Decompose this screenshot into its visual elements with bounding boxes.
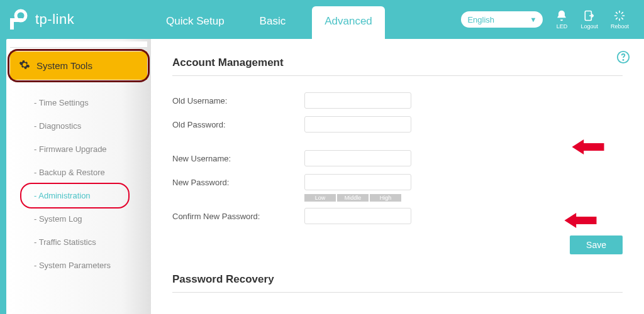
sidebar-item-firmware-upgrade[interactable]: - Firmware Upgrade <box>34 138 147 161</box>
label-new-password: New Password: <box>172 178 304 187</box>
row-confirm-password: Confirm New Password: <box>172 208 623 224</box>
reboot-icon <box>613 9 626 22</box>
sidebar-item-diagnostics[interactable]: - Diagnostics <box>34 114 147 138</box>
sidebar-item-label: System Log <box>39 214 82 224</box>
input-new-username[interactable] <box>304 150 411 166</box>
bell-icon <box>555 9 568 22</box>
sidebar-item-label: Administration <box>38 191 90 200</box>
input-old-username[interactable] <box>304 92 411 109</box>
tab-advanced[interactable]: Advanced <box>312 6 385 39</box>
logout-button[interactable]: Logout <box>580 9 598 30</box>
nav-tabs: Quick Setup Basic Advanced <box>157 0 385 39</box>
sidebar-item-label: Time Settings <box>39 98 89 107</box>
input-old-password[interactable] <box>304 116 411 133</box>
svg-point-13 <box>623 60 623 60</box>
gear-icon <box>19 59 30 72</box>
help-button[interactable] <box>616 50 630 66</box>
tab-basic[interactable]: Basic <box>251 15 295 39</box>
input-new-password[interactable] <box>304 174 411 190</box>
language-value: English <box>467 15 494 24</box>
section-title-account: Account Management <box>172 57 623 76</box>
led-label: LED <box>557 23 568 30</box>
main-panel: Account Management Old Username: Old Pas… <box>151 39 644 314</box>
sidebar-item-traffic-statistics[interactable]: - Traffic Statistics <box>34 230 147 254</box>
label-new-username: New Username: <box>172 154 304 163</box>
sidebar-item-label: Firmware Upgrade <box>39 144 107 154</box>
row-old-password: Old Password: <box>172 116 623 133</box>
reboot-label: Reboot <box>611 23 629 30</box>
top-right: English ▼ LED Logout Reboot <box>461 9 629 30</box>
input-confirm-password[interactable] <box>304 208 411 224</box>
strength-mid: Middle <box>337 194 369 202</box>
brand-text: tp-link <box>35 11 74 28</box>
sidebar-item-label: Backup & Restore <box>39 168 105 177</box>
svg-rect-2 <box>10 18 23 22</box>
led-button[interactable]: LED <box>555 9 568 30</box>
topbar: tp-link Quick Setup Basic Advanced Engli… <box>0 0 644 39</box>
logo: tp-link <box>0 8 145 31</box>
row-new-password: New Password: <box>172 174 623 190</box>
row-new-username: New Username: <box>172 150 623 166</box>
sidebar-sublist: - Time Settings - Diagnostics - Firmware… <box>10 91 147 277</box>
svg-line-8 <box>616 13 618 14</box>
sidebar-group-label: System Tools <box>36 60 92 71</box>
tab-quick-setup[interactable]: Quick Setup <box>157 15 233 39</box>
label-confirm-password: Confirm New Password: <box>172 212 304 221</box>
sidebar: System Tools - Time Settings - Diagnosti… <box>6 39 151 314</box>
save-row: Save <box>172 236 623 254</box>
sidebar-sep <box>10 41 147 48</box>
label-old-password: Old Password: <box>172 120 304 129</box>
sidebar-item-backup-restore[interactable]: - Backup & Restore <box>34 161 147 184</box>
reboot-button[interactable]: Reboot <box>611 9 629 30</box>
sidebar-item-label: Traffic Statistics <box>39 237 96 247</box>
row-old-username: Old Username: <box>172 92 623 109</box>
help-icon <box>616 50 630 64</box>
sidebar-item-system-log[interactable]: - System Log <box>34 207 147 230</box>
language-select[interactable]: English ▼ <box>461 11 543 28</box>
content: System Tools - Time Settings - Diagnosti… <box>0 39 644 314</box>
svg-line-11 <box>622 13 623 14</box>
svg-line-9 <box>622 18 623 19</box>
section-title-recovery: Password Recovery <box>172 273 623 293</box>
sidebar-item-label: Diagnostics <box>39 121 81 131</box>
strength-high: High <box>370 194 401 202</box>
sidebar-item-time-settings[interactable]: - Time Settings <box>34 91 147 114</box>
sidebar-item-system-parameters[interactable]: - System Parameters <box>34 254 147 277</box>
label-old-username: Old Username: <box>172 96 304 106</box>
logout-icon <box>583 9 596 22</box>
sidebar-header-system-tools[interactable]: System Tools <box>10 51 147 80</box>
sidebar-item-label: System Parameters <box>39 261 111 270</box>
svg-line-10 <box>616 18 618 19</box>
chevron-down-icon: ▼ <box>530 16 537 23</box>
save-button[interactable]: Save <box>570 236 623 254</box>
logout-label: Logout <box>580 23 598 30</box>
strength-low: Low <box>304 194 336 202</box>
brand-icon <box>8 8 30 31</box>
sidebar-item-administration[interactable]: - Administration <box>34 184 147 207</box>
password-strength: Low Middle High <box>304 194 623 202</box>
